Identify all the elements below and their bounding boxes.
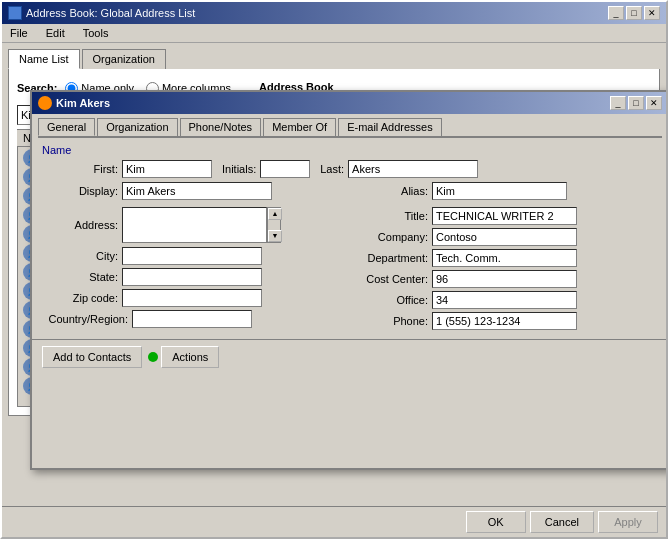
alias-label: Alias: [352, 185, 432, 197]
department-label: Department: [352, 252, 432, 264]
dialog-tab-phone-notes[interactable]: Phone/Notes [180, 118, 262, 136]
address-row: Address: ▲ ▼ [42, 207, 348, 243]
close-button[interactable]: ✕ [644, 6, 660, 20]
actions-button[interactable]: Actions [161, 346, 219, 368]
dialog-tab-organization[interactable]: Organization [97, 118, 177, 136]
office-row: Office: [352, 291, 658, 309]
dialog-form: Name First: Initials: Last: Display: Ali… [32, 138, 668, 339]
company-row: Company: [352, 228, 658, 246]
ok-button[interactable]: OK [466, 511, 526, 533]
office-input[interactable] [432, 291, 577, 309]
dialog-tab-general[interactable]: General [38, 118, 95, 136]
initials-input[interactable] [260, 160, 310, 178]
cancel-button[interactable]: Cancel [530, 511, 594, 533]
addr-scroll-track [268, 220, 280, 230]
menu-bar: File Edit Tools [2, 24, 666, 43]
state-input[interactable] [122, 268, 262, 286]
phone-label: Phone: [352, 315, 432, 327]
cost-center-label: Cost Center: [352, 273, 432, 285]
main-tab-bar: Name List Organization [8, 49, 660, 69]
kim-akers-dialog: Kim Akers _ □ ✕ General Organization Pho… [30, 90, 668, 470]
first-input[interactable] [122, 160, 212, 178]
title-input[interactable] [432, 207, 577, 225]
zip-label: Zip code: [42, 292, 122, 304]
country-label: Country/Region: [42, 313, 132, 325]
dialog-title: Kim Akers [56, 97, 110, 109]
dialog-bottom: Add to Contacts Actions [32, 339, 668, 374]
dialog-tab-email-addresses[interactable]: E-mail Addresses [338, 118, 442, 136]
office-label: Office: [352, 294, 432, 306]
state-row: State: [42, 268, 348, 286]
last-label: Last: [320, 163, 344, 175]
first-initials-last-row: First: Initials: Last: [42, 160, 658, 178]
actions-button-wrap: Actions [148, 346, 219, 368]
last-input[interactable] [348, 160, 478, 178]
city-input[interactable] [122, 247, 262, 265]
display-alias-row: Display: Alias: [42, 182, 658, 203]
initials-label: Initials: [222, 163, 256, 175]
dialog-minimize[interactable]: _ [610, 96, 626, 110]
dialog-tab-bar: General Organization Phone/Notes Member … [32, 114, 668, 136]
state-label: State: [42, 271, 122, 283]
cost-center-input[interactable] [432, 270, 577, 288]
address-textarea[interactable] [122, 207, 267, 243]
menu-tools[interactable]: Tools [79, 26, 113, 40]
two-col-form: Address: ▲ ▼ City: [42, 207, 658, 333]
dialog-title-bar: Kim Akers _ □ ✕ [32, 92, 668, 114]
addr-scroll-down[interactable]: ▼ [268, 230, 282, 242]
zip-input[interactable] [122, 289, 262, 307]
country-row: Country/Region: [42, 310, 348, 328]
city-label: City: [42, 250, 122, 262]
menu-edit[interactable]: Edit [42, 26, 69, 40]
dialog-person-icon [38, 96, 52, 110]
tab-name-list[interactable]: Name List [8, 49, 80, 69]
phone-input[interactable] [432, 312, 577, 330]
title-row: Title: [352, 207, 658, 225]
menu-file[interactable]: File [6, 26, 32, 40]
name-section-label: Name [42, 144, 71, 156]
addr-scroll-up[interactable]: ▲ [268, 208, 282, 220]
display-input[interactable] [122, 182, 272, 200]
app-icon [8, 6, 22, 20]
department-row: Department: [352, 249, 658, 267]
company-input[interactable] [432, 228, 577, 246]
phone-row: Phone: [352, 312, 658, 330]
display-label: Display: [42, 185, 122, 197]
title-bar: Address Book: Global Address List _ □ ✕ [2, 2, 666, 24]
title-label: Title: [352, 210, 432, 222]
apply-button[interactable]: Apply [598, 511, 658, 533]
alias-row: Alias: [352, 182, 658, 200]
dialog-close[interactable]: ✕ [646, 96, 662, 110]
window-title: Address Book: Global Address List [26, 7, 195, 19]
minimize-button[interactable]: _ [608, 6, 624, 20]
cost-center-row: Cost Center: [352, 270, 658, 288]
maximize-button[interactable]: □ [626, 6, 642, 20]
city-row: City: [42, 247, 348, 265]
company-label: Company: [352, 231, 432, 243]
address-label: Address: [42, 219, 122, 231]
zip-row: Zip code: [42, 289, 348, 307]
dialog-tab-member-of[interactable]: Member Of [263, 118, 336, 136]
first-label: First: [42, 163, 122, 175]
tab-organization[interactable]: Organization [82, 49, 166, 69]
address-field-wrap: ▲ ▼ [122, 207, 281, 243]
right-column: Title: Company: Department: [352, 207, 658, 333]
dialog-maximize[interactable]: □ [628, 96, 644, 110]
country-input[interactable] [132, 310, 252, 328]
add-to-contacts-button[interactable]: Add to Contacts [42, 346, 142, 368]
main-footer: OK Cancel Apply [2, 506, 666, 537]
green-status-dot [148, 352, 158, 362]
alias-input[interactable] [432, 182, 567, 200]
department-input[interactable] [432, 249, 577, 267]
display-row: Display: [42, 182, 348, 200]
left-column: Address: ▲ ▼ City: [42, 207, 348, 333]
